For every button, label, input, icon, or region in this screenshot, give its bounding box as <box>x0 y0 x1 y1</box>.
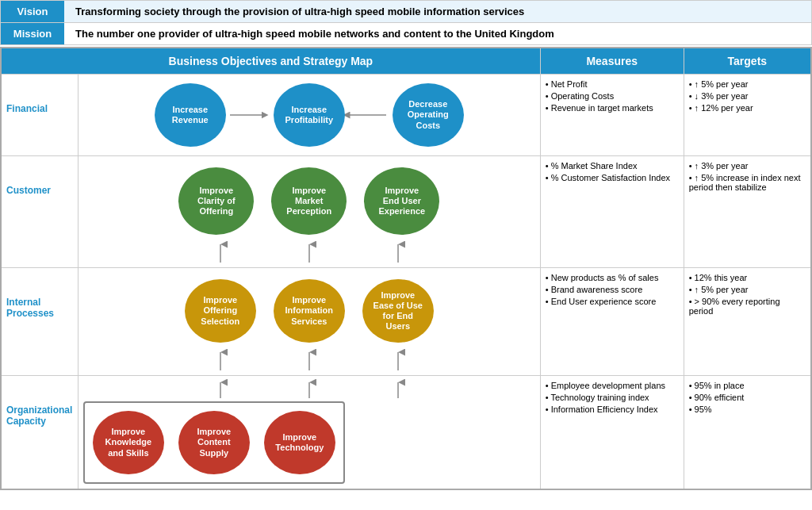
table-header: Business Objectives and Strategy Map Mea… <box>1 48 811 75</box>
measure-item: Employee development plans <box>546 381 679 390</box>
measure-item: New products as % of sales <box>546 273 679 282</box>
internal-ovals: ImproveOfferingSelection ImproveInformat… <box>83 273 535 349</box>
fin-oval-revenue: IncreaseRevenue <box>155 83 226 147</box>
cust-oval-enduser: ImproveEnd UserExperience <box>364 167 439 235</box>
target-item: 95% in place <box>689 381 806 390</box>
org-targets: 95% in place 90% efficient 95% <box>684 376 811 490</box>
financial-label: Financial <box>1 75 78 156</box>
org-measures: Employee development plans Technology tr… <box>540 376 684 490</box>
customer-targets: ↑ 3% per year ↑ 5% increase in index nex… <box>684 156 811 268</box>
internal-targets: 12% this year ↑ 5% per year > 90% every … <box>684 268 811 376</box>
internal-measures: New products as % of sales Brand awarene… <box>540 268 684 376</box>
org-up-arrow2 <box>274 381 345 398</box>
upward-arrows-customer <box>83 243 535 263</box>
financial-diagram-inner: IncreaseRevenue IncreaseProfitability <box>83 79 535 151</box>
int-up-arrow1 <box>185 351 256 370</box>
cust-oval-clarity: ImproveClarity ofOffering <box>178 167 254 235</box>
cust-up-arrow3 <box>362 243 434 263</box>
target-item: ↓ 3% per year <box>689 91 806 101</box>
internal-diagram: ImproveOfferingSelection ImproveInformat… <box>78 268 540 376</box>
measure-item: % Customer Satisfaction Index <box>546 173 679 182</box>
customer-measures: % Market Share Index % Customer Satisfac… <box>540 156 684 268</box>
customer-ovals: ImproveClarity ofOffering ImproveMarketP… <box>83 161 535 241</box>
fin-arrow-right <box>345 107 393 123</box>
mission-row: Mission The number one provider of ultra… <box>1 23 811 44</box>
financial-diagram: IncreaseRevenue <box>78 75 540 156</box>
measure-item: Technology training index <box>546 393 679 402</box>
fin-arrow-left <box>226 107 274 123</box>
cust-oval-market: ImproveMarketPerception <box>271 167 347 235</box>
internal-row: InternalProcesses ImproveOfferingSelecti… <box>1 268 811 376</box>
org-diagram: ImproveKnowledgeand Skills ImproveConten… <box>78 376 540 490</box>
measure-item: End User experience score <box>546 297 679 306</box>
target-item: ↑ 5% per year <box>689 79 806 89</box>
org-box: ImproveKnowledgeand Skills ImproveConten… <box>83 401 345 484</box>
mission-label: Mission <box>1 23 64 44</box>
int-oval-info: ImproveInformationServices <box>274 279 345 343</box>
upward-arrows-org <box>83 381 535 398</box>
fin-oval-profitability: IncreaseProfitability <box>274 83 345 147</box>
mission-text: The number one provider of ultra-high sp… <box>64 23 811 44</box>
banner-section: Vision Transforming society through the … <box>0 0 812 45</box>
measure-item: Operating Costs <box>546 91 679 101</box>
vision-row: Vision Transforming society through the … <box>1 1 811 23</box>
upward-arrows-internal <box>83 351 535 370</box>
target-item: 95% <box>689 405 806 414</box>
cust-up-arrow1 <box>185 243 256 263</box>
org-oval-technology: ImproveTechnology <box>264 411 335 474</box>
financial-row: Financial IncreaseRevenue <box>1 75 811 156</box>
org-oval-knowledge: ImproveKnowledgeand Skills <box>93 411 164 474</box>
target-item: ↑ 5% increase in index next period then … <box>689 173 806 192</box>
customer-label: Customer <box>1 156 78 268</box>
org-label: OrganizationalCapacity <box>1 376 78 490</box>
org-row: OrganizationalCapacity ImproveKnowledgea… <box>1 376 811 490</box>
target-item: ↑ 3% per year <box>689 161 806 171</box>
internal-label: InternalProcesses <box>1 268 78 376</box>
target-item: ↑ 12% per year <box>689 103 806 113</box>
int-oval-ease: ImproveEase of Usefor EndUsers <box>362 279 434 343</box>
fin-oval-costs: DecreaseOperatingCosts <box>393 83 464 147</box>
targets-header: Targets <box>684 48 811 75</box>
int-up-arrow2 <box>274 351 345 370</box>
org-up-arrow3 <box>362 381 434 398</box>
target-item: 12% this year <box>689 273 806 282</box>
org-up-arrow1 <box>185 381 256 398</box>
cust-up-arrow2 <box>274 243 345 263</box>
int-oval-offering: ImproveOfferingSelection <box>185 279 256 343</box>
financial-targets: ↑ 5% per year ↓ 3% per year ↑ 12% per ye… <box>684 75 811 156</box>
customer-row: Customer ImproveClarity ofOffering Impro… <box>1 156 811 268</box>
org-oval-content: ImproveContentSupply <box>178 411 250 474</box>
vision-text: Transforming society through the provisi… <box>64 1 811 22</box>
int-up-arrow3 <box>362 351 434 370</box>
vision-label: Vision <box>1 1 64 22</box>
measures-header: Measures <box>540 48 684 75</box>
target-item: 90% efficient <box>689 393 806 402</box>
measure-item: Information Efficiency Index <box>546 405 679 414</box>
measure-item: % Market Share Index <box>546 161 679 171</box>
target-item: ↑ 5% per year <box>689 285 806 294</box>
strategy-table: Business Objectives and Strategy Map Mea… <box>0 47 812 490</box>
customer-diagram: ImproveClarity ofOffering ImproveMarketP… <box>78 156 540 268</box>
strategy-header: Business Objectives and Strategy Map <box>1 48 540 75</box>
financial-measures: Net Profit Operating Costs Revenue in ta… <box>540 75 684 156</box>
measure-item: Net Profit <box>546 79 679 89</box>
measure-item: Revenue in target markets <box>546 103 679 113</box>
target-item: > 90% every reporting period <box>689 297 806 316</box>
measure-item: Brand awareness score <box>546 285 679 294</box>
